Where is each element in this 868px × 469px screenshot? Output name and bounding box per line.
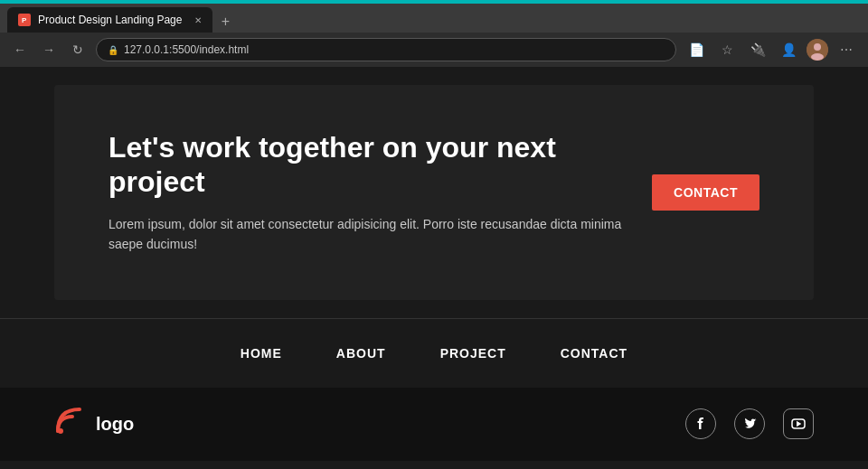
new-tab-button[interactable]: + [214, 11, 236, 33]
nav-home[interactable]: HOME [241, 346, 282, 361]
social-icons [685, 408, 814, 439]
footer-bottom: logo [0, 388, 868, 461]
cta-section: Let's work together on your next project… [54, 85, 814, 300]
extensions-button[interactable]: 🔌 [745, 37, 770, 62]
svg-point-5 [58, 428, 63, 434]
page-content: Let's work together on your next project… [0, 85, 868, 469]
svg-point-3 [814, 43, 821, 51]
svg-text:P: P [22, 16, 27, 24]
url-text: 127.0.0.1:5500/index.html [124, 43, 249, 56]
refresh-button[interactable]: ↻ [67, 39, 89, 61]
footer-nav: HOME ABOUT PROJECT CONTACT [0, 318, 868, 388]
bookmark-button[interactable]: ☆ [714, 37, 740, 62]
logo-text: logo [96, 414, 134, 435]
svg-point-4 [811, 53, 824, 61]
cta-heading: Let's work together on your next project [108, 130, 633, 200]
lock-icon: 🔒 [108, 45, 118, 55]
menu-button[interactable]: ⋯ [834, 37, 859, 62]
nav-about[interactable]: ABOUT [336, 346, 386, 361]
tab-bar: P Product Design Landing Page ✕ + [0, 4, 868, 33]
profile-avatar[interactable] [807, 39, 828, 61]
twitter-icon[interactable] [734, 408, 765, 439]
nav-contact[interactable]: CONTACT [561, 346, 627, 361]
tab-favicon: P [18, 14, 31, 26]
browser-nav-bar: ← → ↻ 🔒 127.0.0.1:5500/index.html 📄 ☆ 🔌 … [0, 33, 868, 67]
back-button[interactable]: ← [9, 39, 31, 61]
cta-text-block: Let's work together on your next project… [108, 130, 633, 255]
contact-button[interactable]: CONTACT [652, 174, 760, 211]
nav-project[interactable]: PROJECT [440, 346, 506, 361]
active-tab[interactable]: P Product Design Landing Page ✕ [7, 7, 212, 33]
address-bar[interactable]: 🔒 127.0.0.1:5500/index.html [96, 38, 676, 61]
youtube-icon[interactable] [783, 408, 814, 439]
reader-view-button[interactable]: 📄 [684, 37, 709, 62]
tab-title: Product Design Landing Page [38, 14, 182, 26]
forward-button[interactable]: → [38, 39, 60, 61]
tab-close-button[interactable]: ✕ [194, 15, 202, 25]
facebook-icon[interactable] [685, 408, 716, 439]
cta-description: Lorem ipsum, dolor sit amet consectetur … [108, 214, 633, 255]
logo-icon [54, 406, 87, 443]
svg-marker-8 [797, 421, 801, 427]
logo-area: logo [54, 406, 134, 443]
accounts-button[interactable]: 👤 [776, 37, 801, 62]
browser-actions: 📄 ☆ 🔌 👤 ⋯ [684, 37, 859, 62]
